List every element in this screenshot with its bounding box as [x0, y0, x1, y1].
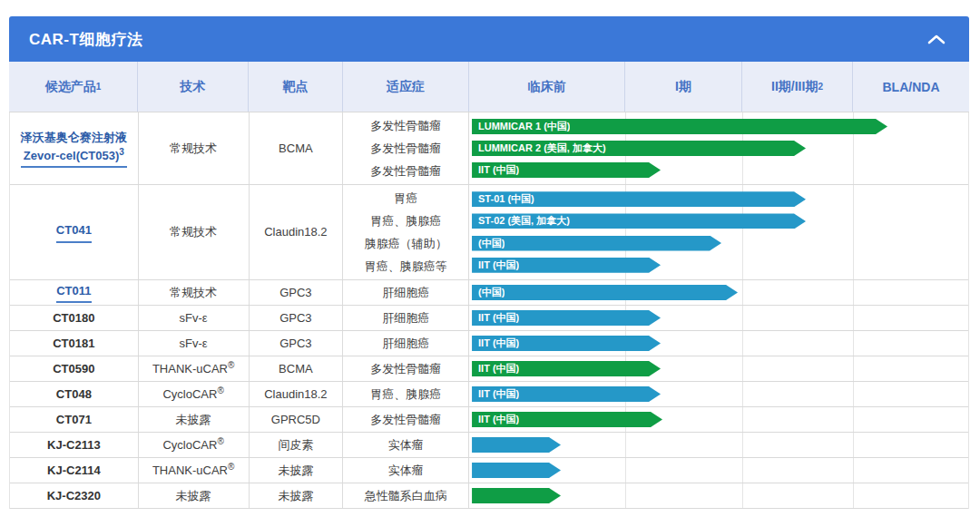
target-label: GPRC5D [271, 412, 320, 428]
target-label: 间皮素 [278, 437, 313, 454]
header-phase1: I期 [625, 62, 742, 112]
product-name: CT071 [56, 412, 92, 428]
header-bla-nda: BLA/NDA [853, 62, 969, 112]
target-label: GPC3 [279, 336, 311, 352]
trial-bar: LUMMICAR 2 (美国, 加拿大) [472, 141, 806, 156]
target-label: Claudin18.2 [264, 224, 327, 240]
trial-bar-label: IIT (中国) [472, 386, 519, 402]
trial-phase-cell: IIT (中国) [469, 331, 968, 356]
target-cell: Claudin18.2 [250, 185, 344, 279]
trial-bar: IIT (中国) [472, 162, 661, 178]
indication-cell: 急性髓系白血病 [343, 483, 469, 508]
trial-bar-label: LUMMICAR 1 (中国) [472, 119, 570, 134]
technology-label: 常规技术 [170, 141, 217, 157]
header-target: 靶点 [249, 62, 343, 112]
product-link[interactable]: CT011 [56, 282, 91, 303]
technology-label: THANK-uCAR® [152, 361, 234, 377]
table-row: CT0180sFv-εGPC3肝细胞癌IIT (中国) [10, 306, 968, 331]
product-link[interactable]: 泽沃基奥仑赛注射液Zevor-cel(CT053)3 [21, 129, 127, 168]
technology-cell: CycloCAR® [139, 382, 250, 406]
technology-cell: 常规技术 [139, 185, 250, 279]
product-name: KJ-C2114 [47, 463, 101, 479]
trial-phase-cell: IIT (中国) [469, 407, 968, 432]
target-label: GPC3 [279, 310, 311, 327]
technology-label: sFv-ε [180, 310, 208, 327]
trial-bar-label: IIT (中国) [472, 361, 519, 376]
trial-bar-label: (中国) [472, 285, 505, 300]
trial-bars: IIT (中国) [469, 356, 968, 381]
table-row: CT011常规技术GPC3肝细胞癌(中国) [10, 280, 968, 306]
target-cell: GPC3 [250, 306, 344, 330]
indication-label: 多发性骨髓瘤 [370, 408, 441, 431]
cart-pipeline-panel: CAR-T细胞疗法 候选产品1 技术 靶点 适应症 临床前 I期 II期/III… [9, 16, 969, 509]
trial-phase-cell: IIT (中国) [469, 382, 968, 406]
technology-cell: 常规技术 [139, 112, 250, 184]
product-cell: CT071 [10, 407, 139, 432]
technology-label: CycloCAR® [162, 437, 223, 454]
trial-bar [472, 437, 561, 453]
trial-bar-label: IIT (中国) [472, 412, 519, 427]
product-name: KJ-C2320 [47, 488, 101, 504]
indication-label: 胃癌、胰腺癌 [370, 383, 441, 405]
trial-phase-cell [469, 458, 968, 483]
header-technology: 技术 [138, 62, 249, 112]
header-preclinical: 临床前 [469, 62, 625, 112]
trial-bars: (中国) [469, 280, 968, 305]
target-cell: GPC3 [250, 280, 344, 305]
product-cell: CT0590 [10, 356, 139, 381]
target-cell: 未披露 [250, 458, 344, 483]
indication-label: 急性髓系白血病 [365, 484, 447, 507]
trial-bar: IIT (中国) [472, 258, 661, 273]
indication-cell: 实体瘤 [343, 433, 469, 457]
trial-bar-label: ST-01 (中国) [472, 191, 534, 207]
indication-cell: 实体瘤 [343, 458, 469, 483]
trial-bar: IIT (中国) [472, 336, 661, 351]
indication-cell: 肝细胞癌 [343, 306, 469, 330]
trial-bars: LUMMICAR 1 (中国)LUMMICAR 2 (美国, 加拿大)IIT (… [469, 112, 968, 184]
technology-label: 未披露 [176, 488, 211, 504]
trial-bars: IIT (中国) [469, 331, 968, 356]
trial-phase-cell: IIT (中国) [469, 306, 968, 330]
target-label: BCMA [279, 141, 313, 157]
header-indication: 适应症 [343, 62, 469, 112]
target-label: 未披露 [278, 488, 313, 504]
indication-cell: 胃癌胃癌、胰腺癌胰腺癌（辅助）胃癌、胰腺癌等 [343, 185, 469, 279]
table-row: KJ-C2114THANK-uCAR®未披露实体瘤 [10, 458, 968, 483]
target-cell: Claudin18.2 [250, 382, 344, 406]
trial-bars [469, 483, 968, 508]
indication-label: 胃癌、胰腺癌等 [365, 255, 447, 278]
trial-bars: IIT (中国) [469, 407, 968, 432]
technology-label: CycloCAR® [162, 386, 223, 403]
technology-cell: sFv-ε [139, 306, 250, 330]
indication-label: 实体瘤 [388, 434, 424, 456]
indication-label: 实体瘤 [388, 459, 424, 482]
indication-label: 胰腺癌（辅助） [365, 232, 447, 255]
indication-cell: 肝细胞癌 [343, 280, 469, 305]
trial-bar-label: IIT (中国) [472, 258, 519, 273]
product-cell: CT011 [10, 280, 139, 305]
indication-cell: 多发性骨髓瘤 [343, 356, 469, 381]
product-cell: CT0181 [10, 331, 139, 356]
trial-bar: IIT (中国) [472, 412, 662, 427]
page: CAR-T细胞疗法 候选产品1 技术 靶点 适应症 临床前 I期 II期/III… [0, 0, 980, 517]
technology-cell: 未披露 [139, 483, 250, 508]
trial-phase-cell: IIT (中国) [469, 356, 968, 381]
product-link[interactable]: CT041 [56, 221, 92, 242]
indication-label: 胃癌 [394, 187, 417, 210]
trial-bar: ST-02 (美国, 加拿大) [472, 213, 806, 229]
panel-titlebar[interactable]: CAR-T细胞疗法 [9, 16, 969, 62]
indication-label: 肝细胞癌 [382, 332, 429, 355]
trial-phase-cell: LUMMICAR 1 (中国)LUMMICAR 2 (美国, 加拿大)IIT (… [469, 112, 968, 184]
technology-cell: CycloCAR® [139, 433, 250, 457]
technology-label: THANK-uCAR® [152, 463, 234, 479]
technology-cell: sFv-ε [139, 331, 250, 356]
table-row: KJ-C2113CycloCAR®间皮素实体瘤 [10, 433, 968, 458]
target-cell: BCMA [250, 356, 344, 381]
trial-phase-cell: (中国) [469, 280, 968, 305]
indication-label: 多发性骨髓瘤 [370, 137, 441, 160]
chevron-up-icon[interactable] [927, 34, 946, 44]
target-label: 未披露 [278, 463, 313, 479]
table-row: CT041常规技术Claudin18.2胃癌胃癌、胰腺癌胰腺癌（辅助）胃癌、胰腺… [10, 185, 968, 280]
trial-bars: IIT (中国) [469, 306, 968, 330]
trial-bars [469, 458, 968, 483]
